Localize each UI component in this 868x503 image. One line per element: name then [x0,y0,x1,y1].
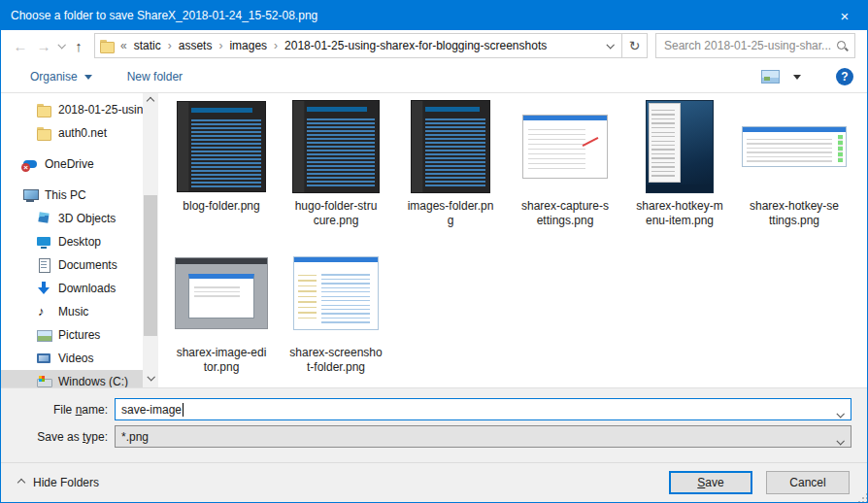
sidebar-item-pictures[interactable]: Pictures [1,323,143,347]
breadcrumb-item[interactable]: 2018-01-25-using-sharex-for-blogging-scr… [284,39,547,52]
sidebar-item-2018-01-25-usin[interactable]: 2018-01-25-usin [1,98,143,121]
search-box[interactable]: Search 2018-01-25-using-shar... [655,33,855,58]
save-button[interactable]: Save [669,471,752,494]
scrollbar-thumb[interactable] [144,195,157,336]
view-options-chevron[interactable] [793,75,801,80]
file-name-input[interactable]: save-image [115,398,851,420]
file-tile[interactable]: sharex-hotkey-settings.png [737,97,851,228]
breadcrumb-item[interactable]: images [229,39,267,52]
file-tile[interactable]: blog-folder.png [164,97,279,228]
sidebar-item-auth0-net[interactable]: auth0.net [1,121,143,145]
sidebar-item-label: 2018-01-25-usin [58,103,143,117]
scroll-up-icon[interactable] [148,93,153,109]
sidebar-item-videos[interactable]: Videos [1,347,143,370]
sidebar-item-label: Videos [58,352,93,365]
file-name-line: sharex-hotkey-m [636,199,722,214]
sidebar-item-3d-objects[interactable]: 3D Objects [1,207,143,230]
file-thumbnail [175,244,268,343]
address-bar[interactable]: « static›assets›images›2018-01-25-using-… [94,33,622,58]
file-name-line: sharex-screensho [289,346,382,360]
sidebar-item-label: OneDrive [45,157,94,171]
dialog-thumbnail-icon [522,115,608,179]
sidebar-item-label: Music [58,305,88,319]
file-tile[interactable]: sharex-capture-settings.png [508,97,622,228]
window-title: Choose a folder to save ShareX_2018-01-2… [11,9,317,22]
sidebar-item-music[interactable]: Music [1,300,143,323]
file-name-label: hugo-folder-strucure.png [295,199,378,228]
organise-button[interactable]: Organise [30,70,92,84]
file-name-line: ttings.png [750,214,839,228]
cancel-button[interactable]: Cancel [766,471,850,494]
current-folder-icon [99,38,115,53]
downloads-icon [36,281,51,296]
music-icon [36,304,51,319]
breadcrumb-item[interactable]: static [134,39,161,52]
breadcrumb-separator-icon: › [274,39,278,52]
new-folder-button[interactable]: New folder [127,70,183,84]
sidebar-item-label: This PC [45,188,86,202]
close-button[interactable]: × [822,1,867,30]
pictures-icon [36,327,51,343]
desktop-icon [36,234,51,250]
save-as-type-select[interactable]: *.png [115,425,851,448]
file-name-line: enu-item.png [636,214,722,228]
desktopmenu-thumbnail-icon [646,100,714,193]
file-name-line: hugo-folder-stru [295,199,378,214]
search-icon[interactable] [836,40,849,52]
file-thumbnail [293,244,379,343]
organise-label: Organise [30,70,78,84]
sidebar-item-this-pc[interactable]: This PC [1,184,143,207]
sidebar-item-onedrive[interactable]: OneDrive [1,152,143,176]
navigation-pane: 2018-01-25-usinauth0.netOneDriveThis PC3… [1,93,158,387]
file-name-line: sharex-hotkey-se [750,199,839,214]
3d-icon [36,211,51,226]
file-name-line: cure.png [295,214,378,228]
file-tile[interactable]: sharex-hotkey-menu-item.png [622,97,737,228]
up-button[interactable]: ↑ [67,38,90,54]
filename-panel: File name: save-image Save as type: *.pn… [1,387,867,462]
onedrive-icon [22,156,38,172]
sidebar-item-downloads[interactable]: Downloads [1,277,143,300]
navigation-bar: ← → ↑ « static›assets›images›2018-01-25-… [1,30,867,61]
sidebar-item-label: 3D Objects [58,212,116,225]
change-view-icon[interactable] [761,70,780,84]
back-button[interactable]: ← [9,38,32,54]
file-tile[interactable]: hugo-folder-strucure.png [279,97,393,228]
breadcrumb-item[interactable]: assets [179,39,213,52]
chevron-down-icon [84,75,92,80]
file-name-line: sharex-capture-s [521,199,609,214]
refresh-button[interactable]: ↻ [622,33,648,58]
file-thumbnail [411,97,490,196]
help-button[interactable]: ? [836,68,853,85]
recent-locations-chevron[interactable] [55,43,67,49]
scroll-down-icon[interactable] [148,370,153,386]
sidebar-item-windows-c-[interactable]: Windows (C:) [1,370,143,387]
collapsed-crumbs-icon[interactable]: « [120,39,127,52]
address-dropdown-chevron[interactable] [598,34,621,57]
file-tile[interactable]: sharex-image-editor.png [164,244,279,375]
save-as-type-label: Save as type: [1,430,108,444]
file-name-label: blog-folder.png [183,199,259,214]
file-thumbnail [742,97,847,196]
sidebar-item-desktop[interactable]: Desktop [1,230,143,253]
sidebar-item-documents[interactable]: Documents [1,253,143,277]
file-name-line: tor.png [177,360,267,375]
save-as-type-chevron[interactable] [837,434,843,448]
file-tile[interactable]: sharex-screenshot-folder.png [279,244,393,375]
folder-icon [36,125,51,141]
folder-icon [36,102,51,117]
file-name-label: sharex-image-editor.png [177,346,267,375]
sidebar-item-label: Documents [58,258,117,272]
file-name-label: images-folder.png [408,199,494,228]
breadcrumb-separator-icon: › [218,39,222,52]
new-folder-label: New folder [127,70,183,84]
sidebar-scrollbar[interactable] [143,93,158,387]
chevron-up-icon [17,479,25,486]
file-thumbnail [646,97,714,196]
forward-button[interactable]: → [32,38,55,54]
file-name-dropdown-chevron[interactable] [837,407,843,420]
command-bar: Organise New folder ? [1,61,867,93]
vscode-thumbnail-icon [292,100,380,193]
file-tile[interactable]: images-folder.png [393,97,508,228]
hide-folders-button[interactable]: Hide Folders [18,476,99,489]
